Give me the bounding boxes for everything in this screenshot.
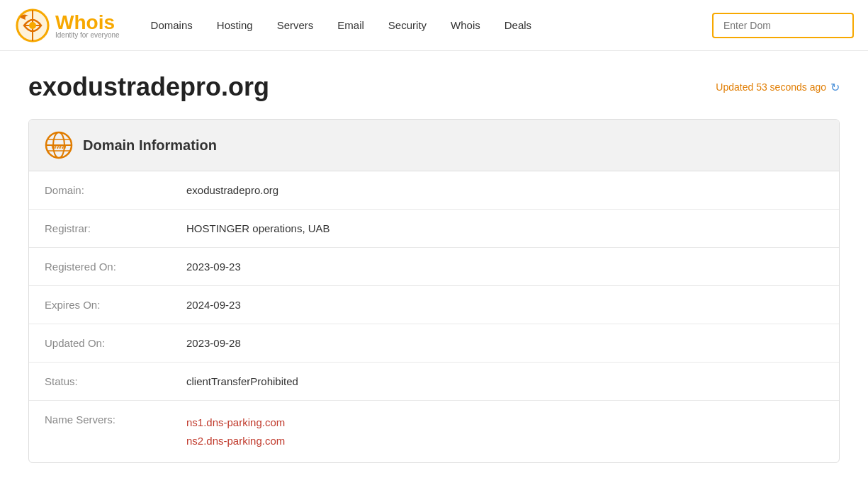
domain-info-card: www Domain Information Domain: exodustra…	[28, 119, 840, 463]
main-content: exodustradepro.org Updated 53 seconds ag…	[0, 51, 868, 484]
row-value: clientTransferProhibited	[171, 363, 839, 401]
logo-icon	[14, 7, 51, 44]
row-value: 2024-09-23	[171, 286, 839, 324]
row-value: HOSTINGER operations, UAB	[171, 210, 839, 248]
nameserver-2: ns2.dns-parking.com	[186, 432, 823, 450]
search-wrap	[712, 13, 854, 38]
table-row: Domain: exodustradepro.org	[29, 171, 839, 210]
domain-title-row: exodustradepro.org Updated 53 seconds ag…	[28, 72, 840, 102]
navbar: Whois Identity for everyone Domains Host…	[0, 0, 868, 51]
logo-tagline: Identity for everyone	[55, 31, 120, 39]
card-header-title: Domain Information	[83, 137, 217, 154]
nav-item-servers[interactable]: Servers	[267, 15, 324, 35]
row-label: Name Servers:	[29, 401, 171, 463]
logo-link[interactable]: Whois Identity for everyone	[14, 7, 120, 44]
row-label: Registered On:	[29, 248, 171, 286]
table-row: Status: clientTransferProhibited	[29, 363, 839, 401]
row-label: Status:	[29, 363, 171, 401]
row-value: 2023-09-28	[171, 324, 839, 363]
search-input[interactable]	[712, 13, 854, 38]
nav-item-hosting[interactable]: Hosting	[207, 15, 263, 35]
refresh-icon[interactable]: ↻	[830, 81, 840, 94]
www-icon: www	[45, 131, 73, 159]
svg-text:www: www	[50, 143, 67, 150]
nav-item-domains[interactable]: Domains	[141, 15, 203, 35]
nav-item-deals[interactable]: Deals	[495, 15, 541, 35]
nav-item-security[interactable]: Security	[378, 15, 436, 35]
table-row: Registrar: HOSTINGER operations, UAB	[29, 210, 839, 248]
table-row: Updated On: 2023-09-28	[29, 324, 839, 363]
nameserver-1: ns1.dns-parking.com	[186, 413, 823, 432]
info-table: Domain: exodustradepro.org Registrar: HO…	[29, 171, 839, 462]
updated-text: Updated 53 seconds ago	[716, 81, 826, 93]
row-label: Expires On:	[29, 286, 171, 324]
row-label: Domain:	[29, 171, 171, 210]
row-label: Updated On:	[29, 324, 171, 363]
row-value: ns1.dns-parking.com ns2.dns-parking.com	[171, 401, 839, 463]
table-row: Expires On: 2024-09-23	[29, 286, 839, 324]
domain-title: exodustradepro.org	[28, 72, 269, 102]
table-row: Registered On: 2023-09-23	[29, 248, 839, 286]
row-label: Registrar:	[29, 210, 171, 248]
updated-info: Updated 53 seconds ago ↻	[716, 81, 840, 94]
row-value: 2023-09-23	[171, 248, 839, 286]
nav-item-email[interactable]: Email	[327, 15, 374, 35]
row-value: exodustradepro.org	[171, 171, 839, 210]
nav-links: Domains Hosting Servers Email Security W…	[141, 15, 712, 35]
card-header: www Domain Information	[29, 120, 839, 171]
logo-text: Whois	[55, 11, 115, 33]
nav-item-whois[interactable]: Whois	[441, 15, 490, 35]
svg-point-4	[29, 22, 36, 29]
table-row: Name Servers: ns1.dns-parking.com ns2.dn…	[29, 401, 839, 463]
